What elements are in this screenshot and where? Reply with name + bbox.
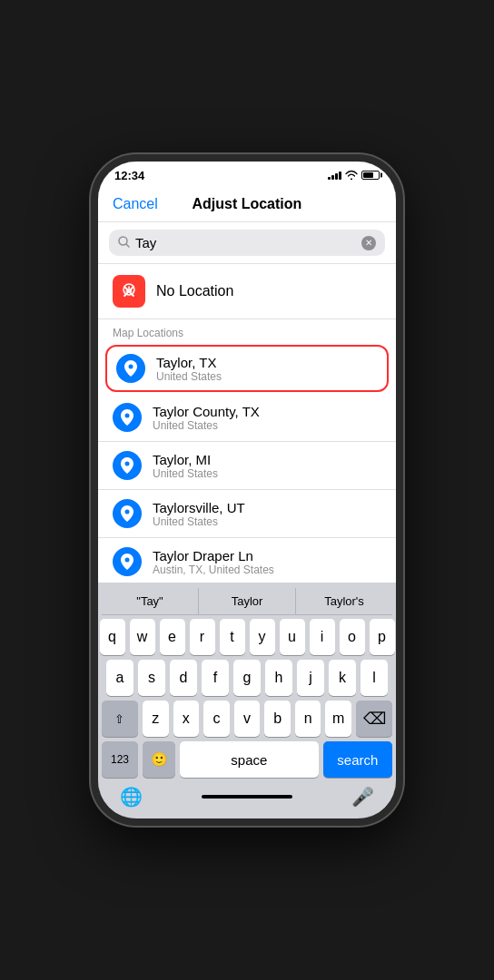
signal-bars-icon bbox=[328, 171, 341, 180]
key-b[interactable]: b bbox=[264, 701, 291, 737]
keyboard-row-2: a s d f g h j k l bbox=[102, 660, 392, 696]
key-s[interactable]: s bbox=[138, 660, 165, 696]
location-sub: Austin, TX, United States bbox=[153, 564, 274, 576]
nav-bar: Cancel Adjust Location bbox=[98, 189, 396, 222]
key-p[interactable]: p bbox=[370, 619, 395, 655]
location-pin-icon bbox=[113, 403, 142, 432]
key-l[interactable]: l bbox=[361, 660, 388, 696]
location-pin-icon bbox=[113, 499, 142, 528]
location-sub: United States bbox=[156, 370, 222, 383]
cancel-button[interactable]: Cancel bbox=[113, 196, 158, 212]
keyboard-row-1: q w e r t y u i o p bbox=[102, 619, 392, 655]
home-indicator bbox=[202, 795, 292, 799]
phone-frame: 12:34 Cancel Adjust Location bbox=[91, 154, 403, 826]
svg-point-5 bbox=[125, 414, 130, 418]
autocomplete-taylors[interactable]: Taylor's bbox=[296, 588, 392, 614]
location-pin-icon bbox=[116, 354, 145, 383]
key-y[interactable]: y bbox=[250, 619, 275, 655]
key-a[interactable]: a bbox=[106, 660, 133, 696]
svg-point-4 bbox=[129, 365, 133, 369]
key-o[interactable]: o bbox=[340, 619, 365, 655]
wifi-icon bbox=[345, 170, 358, 181]
status-bar: 12:34 bbox=[98, 162, 396, 189]
space-key[interactable]: space bbox=[180, 741, 319, 778]
keyboard-row-3: ⇧ z x c v b n m ⌫ bbox=[102, 701, 392, 737]
svg-point-6 bbox=[125, 462, 130, 466]
key-e[interactable]: e bbox=[160, 619, 185, 655]
location-item[interactable]: Taylorsville, UT United States bbox=[98, 490, 396, 538]
location-sub: United States bbox=[153, 419, 260, 432]
svg-line-1 bbox=[126, 244, 129, 247]
key-h[interactable]: h bbox=[265, 660, 292, 696]
numbers-key[interactable]: 123 bbox=[102, 741, 138, 778]
key-t[interactable]: t bbox=[220, 619, 245, 655]
location-item[interactable]: Taylor Draper Ln Austin, TX, United Stat… bbox=[98, 538, 396, 583]
location-name: Taylor Draper Ln bbox=[153, 548, 274, 564]
bottom-bar: 🌐 🎤 bbox=[102, 782, 392, 815]
emoji-key[interactable]: 🙂 bbox=[143, 741, 175, 778]
key-q[interactable]: q bbox=[100, 619, 125, 655]
key-g[interactable]: g bbox=[233, 660, 261, 696]
key-z[interactable]: z bbox=[143, 701, 169, 737]
no-location-icon bbox=[113, 275, 145, 308]
search-key[interactable]: search bbox=[323, 741, 392, 778]
microphone-icon[interactable]: 🎤 bbox=[351, 786, 374, 808]
key-u[interactable]: u bbox=[280, 619, 305, 655]
location-text: Taylor, MI United States bbox=[153, 452, 218, 480]
delete-key[interactable]: ⌫ bbox=[356, 701, 392, 737]
key-d[interactable]: d bbox=[170, 660, 197, 696]
key-r[interactable]: r bbox=[190, 619, 215, 655]
key-v[interactable]: v bbox=[234, 701, 261, 737]
search-clear-button[interactable]: ✕ bbox=[361, 236, 376, 250]
no-location-item[interactable]: No Location bbox=[98, 264, 396, 319]
key-m[interactable]: m bbox=[325, 701, 351, 737]
location-pin-icon bbox=[113, 451, 142, 480]
autocomplete-tay[interactable]: "Tay" bbox=[102, 588, 199, 614]
location-text: Taylor County, TX United States bbox=[153, 404, 260, 432]
location-text: Taylorsville, UT United States bbox=[153, 500, 245, 528]
location-pin-icon bbox=[113, 547, 142, 576]
search-input[interactable]: Tay bbox=[135, 235, 356, 250]
keyboard: "Tay" Taylor Taylor's q w e r t y u i o … bbox=[98, 583, 396, 818]
no-location-text: No Location bbox=[156, 283, 233, 299]
section-header: Map Locations bbox=[98, 319, 396, 343]
location-sub: United States bbox=[153, 515, 245, 528]
location-name: Taylor, TX bbox=[156, 355, 222, 370]
search-icon bbox=[118, 236, 130, 250]
key-f[interactable]: f bbox=[202, 660, 229, 696]
status-icons bbox=[328, 170, 380, 181]
results-list: No Location Map Locations Taylor, TX Uni… bbox=[98, 264, 396, 583]
location-sub: United States bbox=[153, 467, 218, 480]
key-i[interactable]: i bbox=[310, 619, 335, 655]
key-x[interactable]: x bbox=[173, 701, 200, 737]
key-n[interactable]: n bbox=[295, 701, 321, 737]
autocomplete-taylor[interactable]: Taylor bbox=[199, 588, 296, 614]
shift-key[interactable]: ⇧ bbox=[102, 701, 138, 737]
search-bar[interactable]: Tay ✕ bbox=[109, 230, 385, 256]
status-time: 12:34 bbox=[114, 169, 144, 182]
location-name: Taylorsville, UT bbox=[153, 500, 245, 515]
autocomplete-row: "Tay" Taylor Taylor's bbox=[102, 588, 392, 615]
location-text: Taylor Draper Ln Austin, TX, United Stat… bbox=[153, 548, 274, 576]
search-container: Tay ✕ bbox=[98, 222, 396, 264]
page-title: Adjust Location bbox=[192, 196, 301, 212]
key-j[interactable]: j bbox=[297, 660, 324, 696]
location-item-selected[interactable]: Taylor, TX United States bbox=[105, 345, 389, 392]
location-name: Taylor, MI bbox=[153, 452, 218, 467]
location-item[interactable]: Taylor County, TX United States bbox=[98, 394, 396, 442]
key-c[interactable]: c bbox=[203, 701, 230, 737]
battery-icon bbox=[361, 171, 380, 180]
svg-point-8 bbox=[125, 558, 130, 563]
globe-icon[interactable]: 🌐 bbox=[120, 786, 143, 808]
battery-fill bbox=[363, 172, 373, 178]
location-text: Taylor, TX United States bbox=[156, 355, 222, 383]
svg-point-7 bbox=[125, 510, 130, 514]
location-name: Taylor County, TX bbox=[153, 404, 260, 419]
key-w[interactable]: w bbox=[130, 619, 155, 655]
key-k[interactable]: k bbox=[329, 660, 356, 696]
keyboard-row-4: 123 🙂 space search bbox=[102, 741, 392, 778]
location-item[interactable]: Taylor, MI United States bbox=[98, 442, 396, 490]
